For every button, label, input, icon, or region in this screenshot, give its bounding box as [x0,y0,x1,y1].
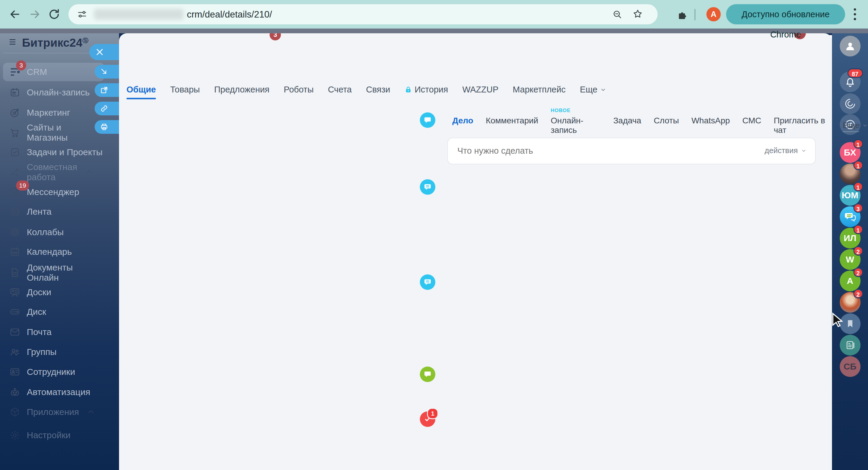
sidebar-item-automation[interactable]: Автоматизация [3,383,104,401]
chat-counter-badge: 1 [854,225,863,234]
tl-tab-sms[interactable]: СМС [742,116,761,135]
todo-input-wrap: действия [447,138,816,164]
messenger-counter-badge: 19 [16,180,29,191]
news-feed-chat[interactable] [840,335,861,356]
chevron-down-icon [801,148,807,154]
browser-toolbar: crm/deal/details/210/ A Доступно обновле… [0,0,868,29]
chat-counter-badge: 1 [854,182,863,192]
browser-forward-button[interactable] [28,8,41,21]
tl-tab-task[interactable]: Задача [613,116,641,135]
recent-chat-avatar[interactable]: ЮМ 1 [840,185,861,206]
sidebar-item-messenger[interactable]: 19 Мессенджер [3,183,104,201]
tab-history[interactable]: История [404,85,448,95]
timeline-tabs: Дело Комментарий НОВОЕ Онлайн-запись Зад… [452,116,868,135]
zoom-icon[interactable] [612,9,622,20]
recent-chat-avatar[interactable]: БХ 1 [840,142,861,163]
sidebar-item-groups[interactable]: Группы [3,343,104,361]
recent-chat-avatar-photo[interactable]: 2 [840,292,861,313]
tl-tab-online-booking[interactable]: НОВОЕ Онлайн-запись [551,116,601,135]
messenger-chat-button[interactable]: 3 [840,206,861,227]
page-backdrop-strip [0,29,868,33]
recent-chat-avatar[interactable]: ИЛ 1 [840,228,861,248]
browser-profile-avatar[interactable]: A [706,7,721,22]
sidebar-item-calendar[interactable]: Календарь [3,243,104,261]
copilot-icon [844,98,856,110]
actions-dropdown[interactable]: действия [765,146,807,155]
bell-counter-badge: 87 [847,68,863,78]
chat-counter-badge: 2 [854,289,863,299]
chevron-down-icon [862,123,868,128]
sidebar-item-settings[interactable]: Настройки [3,426,104,444]
sidebar-item-collaboration[interactable]: Совместная работа [3,163,104,181]
tl-tab-activity[interactable]: Дело [452,116,473,135]
collabs-hexagon-icon [9,227,20,238]
employees-card-icon [9,367,20,377]
sidebar-item-employees[interactable]: Сотрудники [3,363,104,381]
tab-products[interactable]: Товары [170,85,200,95]
sidebar-item-apps[interactable]: Приложения [3,403,104,421]
extensions-puzzle-icon[interactable] [677,9,688,20]
sidebar-item-documents-online[interactable]: Документы Онлайн [3,263,104,282]
copilot-button[interactable] [840,93,861,114]
comment-stream-icon [420,274,435,290]
bookmark-star-icon[interactable] [632,8,643,20]
new-label: НОВОЕ [551,108,571,113]
sidebar-item-tasks-projects[interactable]: Задачи и Проекты [3,143,104,161]
browser-back-button[interactable] [8,8,22,21]
apps-box-icon [9,407,20,417]
chat-counter-badge: 1 [854,161,863,170]
browser-reload-button[interactable] [48,8,61,21]
sidebar-item-collabs[interactable]: Коллабы [3,223,104,241]
printer-icon [100,123,108,131]
boards-icon [9,287,20,298]
close-slider-button[interactable] [89,44,124,60]
site-settings-icon[interactable] [77,9,88,20]
tab-general[interactable]: Общие [126,85,156,95]
sidebar-item-feed[interactable]: Лента [3,202,104,221]
browser-menu-dots-icon[interactable] [853,8,857,21]
address-bar[interactable]: crm/deal/details/210/ [68,4,658,24]
chat-counter-badge: 3 [854,203,863,213]
chat-counter-badge: 2 [854,268,863,277]
feed-icon [9,206,20,217]
tab-wazzup[interactable]: WAZZUP [462,85,498,95]
tab-links[interactable]: Связи [366,85,390,95]
url-path: crm/deal/details/210/ [187,9,272,20]
bitrix-logo: Битрикс24Ⓢ [22,36,88,49]
chevron-up-icon [78,167,101,177]
collapse-arrow-icon [100,67,108,76]
recent-chat-avatar[interactable]: W 2 [840,249,861,270]
tl-tab-more[interactable]: Еще [843,116,868,135]
sidebar-item-online-booking[interactable]: Онлайн-запись [3,83,104,102]
sidebar-item-sites-stores[interactable]: Сайты и Магазины [3,123,104,142]
sidebar-item-boards[interactable]: Доски [3,283,104,301]
sidebar-item-marketing[interactable]: Маркетинг [3,103,104,122]
drive-icon [9,306,20,317]
tab-invoices[interactable]: Счета [328,85,352,95]
sidebar-item-mail[interactable]: Почта [3,323,104,341]
tl-tab-invite-chat[interactable]: Пригласить в чат [774,116,830,135]
sidebar-item-drive[interactable]: Диск [3,303,104,321]
tl-tab-comment[interactable]: Комментарий [486,116,538,135]
tl-tab-slots[interactable]: Слоты [654,116,679,135]
tab-more[interactable]: Еще [580,85,607,95]
notifications-bell-button[interactable]: 87 [840,71,861,92]
recent-chat-avatar[interactable]: СБ [840,356,861,377]
collaboration-icon [9,167,20,177]
invite-stream-icon [420,367,435,382]
recent-chat-avatar-photo[interactable]: 1 [840,164,861,184]
task-counter-badge: 1 [427,408,438,419]
chrome-update-button[interactable]: Доступно обновление Chrome [726,4,845,24]
task-stream-icon: 1 [420,411,435,427]
tab-robots[interactable]: Роботы [284,85,314,95]
tl-tab-whatsapp[interactable]: WhatsApp [691,116,730,135]
crm-counter-badge: 3 [16,60,26,70]
todo-input[interactable] [457,138,726,163]
toolbar-divider [694,9,695,20]
tab-quotes[interactable]: Предложения [214,85,270,95]
sidebar-item-crm[interactable]: 3 CRM [3,63,104,81]
recent-chat-avatar[interactable]: A 2 [840,271,861,291]
tab-marketplace[interactable]: Маркетплейс [513,85,566,95]
hamburger-menu-icon[interactable] [7,38,18,46]
profile-avatar[interactable] [840,36,861,57]
